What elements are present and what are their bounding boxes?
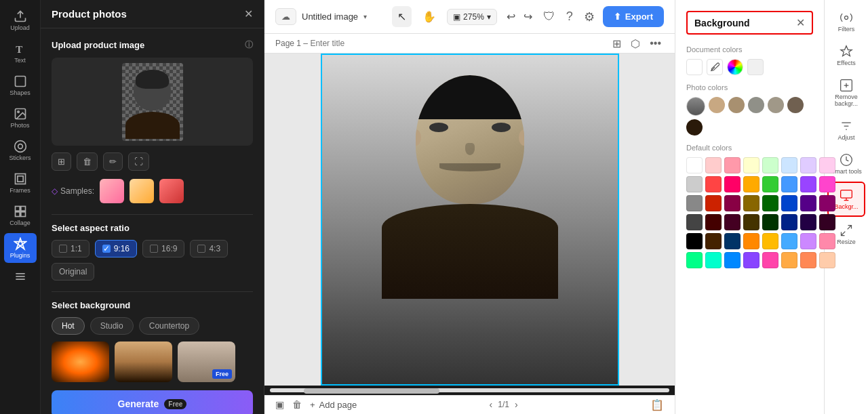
canvas-scrollbar[interactable]	[270, 388, 669, 392]
sidebar-item-collage[interactable]: Collage	[4, 201, 37, 230]
dc-r3-7[interactable]	[800, 195, 816, 211]
dc-r6-7[interactable]	[800, 252, 816, 268]
next-page-button[interactable]: ›	[515, 399, 518, 410]
dc-r3-8[interactable]	[819, 195, 835, 211]
sidebar-item-text[interactable]: T Text	[4, 38, 37, 68]
dc-r4-1[interactable]	[686, 214, 703, 230]
dc-r6-6[interactable]	[781, 252, 797, 268]
sidebar-item-stickers[interactable]: Stickers	[4, 136, 37, 165]
sidebar-item-more[interactable]	[4, 266, 37, 287]
dc-r1-4[interactable]	[743, 157, 760, 173]
dc-r2-4[interactable]	[743, 176, 760, 192]
dc-r1-7[interactable]	[800, 157, 816, 173]
sample-red-item[interactable]	[159, 179, 184, 203]
filter-countertop-button[interactable]: Countertop	[139, 317, 199, 335]
info-icon[interactable]: ⓘ	[245, 39, 253, 51]
dc-r6-3[interactable]	[724, 252, 741, 268]
sample-pink-chair[interactable]	[100, 179, 124, 203]
sidebar-item-upload[interactable]: Upload	[4, 5, 37, 35]
color-swatch-light[interactable]	[747, 59, 764, 75]
dc-r2-2[interactable]	[705, 176, 722, 192]
right-tool-adjust[interactable]: Adjust	[827, 114, 865, 146]
edit-button[interactable]: ✏	[103, 152, 123, 171]
dc-r1-2[interactable]	[705, 157, 722, 173]
expand-button[interactable]: ⊞	[52, 152, 71, 171]
sidebar-item-photos[interactable]: Photos	[4, 103, 37, 133]
sidebar-item-shapes[interactable]: Shapes	[4, 70, 37, 100]
dc-r2-5[interactable]	[762, 176, 778, 192]
notes-button[interactable]: 📋	[650, 398, 664, 411]
right-tool-filters[interactable]: Filters	[827, 5, 865, 38]
right-tool-remove-bg[interactable]: Remove backgr...	[827, 73, 865, 112]
cloud-save-button[interactable]: ☁	[275, 8, 296, 25]
bg-thumb-counter[interactable]: Free	[178, 341, 235, 382]
help-icon[interactable]: ?	[564, 7, 576, 26]
delete-page-button[interactable]: 🗑	[292, 399, 302, 410]
dc-r1-6[interactable]	[781, 157, 797, 173]
dc-r2-6[interactable]	[781, 176, 797, 192]
sample-orange-drink[interactable]	[130, 179, 154, 203]
sidebar-item-frames[interactable]: Frames	[4, 168, 37, 198]
photo-swatch-3[interactable]	[748, 97, 764, 113]
generate-button[interactable]: Generate Free	[52, 390, 253, 414]
dc-r5-8[interactable]	[819, 233, 835, 249]
dc-r5-4[interactable]	[743, 233, 760, 249]
dc-r5-2[interactable]	[705, 233, 722, 249]
dc-r4-3[interactable]	[724, 214, 741, 230]
delete-button[interactable]: 🗑	[77, 152, 98, 171]
dc-r2-8[interactable]	[819, 176, 835, 192]
photo-swatch-4[interactable]	[768, 97, 784, 113]
photo-swatch-1[interactable]	[709, 97, 725, 113]
color-picker-button[interactable]	[707, 59, 723, 75]
photo-swatch-6[interactable]	[686, 119, 703, 136]
prev-page-button[interactable]: ‹	[490, 399, 493, 410]
dc-r3-4[interactable]	[743, 195, 760, 211]
dc-r5-5[interactable]	[762, 233, 778, 249]
color-swatch-rainbow[interactable]	[727, 59, 743, 75]
dc-r3-2[interactable]	[705, 195, 722, 211]
aspect-9-16-button[interactable]: ✓ 9:16	[95, 240, 137, 257]
dc-r4-4[interactable]	[743, 214, 760, 230]
qr-button[interactable]: ⬡	[628, 35, 643, 53]
dc-r4-2[interactable]	[705, 214, 722, 230]
fullscreen-button[interactable]: ⛶	[128, 152, 149, 171]
dc-r4-8[interactable]	[819, 214, 835, 230]
aspect-1-1-button[interactable]: 1:1	[52, 240, 90, 257]
dc-r2-7[interactable]	[800, 176, 816, 192]
color-swatch-white[interactable]	[686, 59, 703, 75]
photo-swatch-5[interactable]	[787, 97, 804, 113]
dc-r6-1[interactable]	[686, 252, 703, 268]
redo-button[interactable]: ↪	[521, 7, 535, 26]
dc-r2-1[interactable]	[686, 176, 703, 192]
dc-r6-4[interactable]	[743, 252, 760, 268]
dc-r4-5[interactable]	[762, 214, 778, 230]
dc-r4-6[interactable]	[781, 214, 797, 230]
select-tool-button[interactable]: ↖	[392, 6, 412, 27]
dc-r5-6[interactable]	[781, 233, 797, 249]
add-page-button[interactable]: + Add page	[310, 400, 357, 410]
dc-r2-3[interactable]	[724, 176, 741, 192]
dc-r1-5[interactable]	[762, 157, 778, 173]
upload-area[interactable]	[52, 58, 253, 146]
export-button[interactable]: ⬆ Export	[603, 6, 664, 27]
dc-r3-5[interactable]	[762, 195, 778, 211]
dc-r4-7[interactable]	[800, 214, 816, 230]
dc-r5-7[interactable]	[800, 233, 816, 249]
settings-icon[interactable]: ⚙	[581, 7, 597, 27]
zoom-control[interactable]: ▣ 275% ▾	[447, 9, 497, 25]
dc-r5-3[interactable]	[724, 233, 741, 249]
bg-panel-close-button[interactable]: ✕	[796, 16, 805, 29]
dc-r1-3[interactable]	[724, 157, 741, 173]
aspect-16-9-button[interactable]: 16:9	[142, 240, 184, 257]
dc-r6-2[interactable]	[705, 252, 722, 268]
panel-close-button[interactable]: ✕	[244, 9, 253, 20]
canvas-frame[interactable]	[321, 54, 619, 386]
dc-r3-3[interactable]	[724, 195, 741, 211]
dc-r1-8[interactable]	[819, 157, 835, 173]
dc-r6-8[interactable]	[819, 252, 835, 268]
sidebar-item-plugins[interactable]: Plugins	[4, 233, 37, 263]
photo-color-avatar[interactable]	[686, 97, 705, 116]
right-tool-effects[interactable]: Effects	[827, 39, 865, 72]
dc-r3-6[interactable]	[781, 195, 797, 211]
canvas-scroll-thumb[interactable]	[304, 388, 439, 394]
